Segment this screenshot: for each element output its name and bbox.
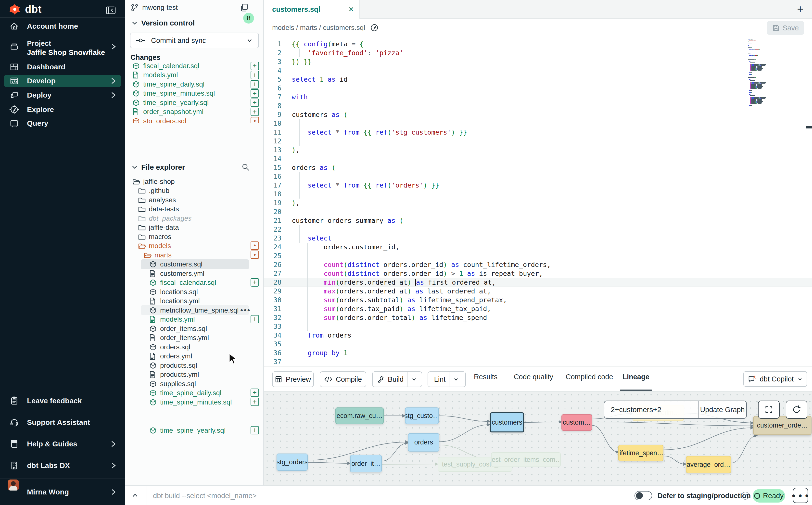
change-row[interactable]: stg_orders.sql• xyxy=(125,117,264,123)
change-row[interactable]: time_spine_yearly.sql+ xyxy=(125,98,264,107)
sidebar-item-develop[interactable]: Develop xyxy=(4,75,121,87)
update-graph-button[interactable]: Update Graph xyxy=(698,406,747,414)
change-status-badge[interactable]: + xyxy=(251,99,259,107)
change-row[interactable]: fiscal_calendar.sql+ xyxy=(125,61,264,70)
sidebar-item-project[interactable]: ProjectJaffle Shop Snowflake xyxy=(0,35,125,58)
code-line-18[interactable]: 18 xyxy=(264,190,812,199)
code-line-35[interactable]: 35 xyxy=(264,340,812,349)
change-row[interactable]: time_spine_minutes.sql+ xyxy=(125,89,264,98)
code-line-7[interactable]: 7with xyxy=(264,93,812,102)
sidebar-item-query[interactable]: Query xyxy=(0,116,125,130)
status-badge[interactable]: Ready xyxy=(753,489,785,503)
lineage-node-stg-orders[interactable]: stg_orders xyxy=(277,454,308,471)
change-status-badge[interactable]: • xyxy=(251,117,259,123)
tab-code-quality[interactable]: Code quality xyxy=(511,373,555,381)
tree-item-order_items.yml[interactable]: order_items.yml xyxy=(125,333,264,342)
version-control-header[interactable]: Version control 8 xyxy=(131,18,195,28)
tab-compiled-code[interactable]: Compiled code xyxy=(565,373,614,381)
branch-row[interactable]: mwong-test xyxy=(125,0,264,15)
lineage-node-ecom-raw[interactable]: ecom.raw_cu… xyxy=(335,407,384,424)
code-line-20[interactable]: 20 xyxy=(264,207,812,216)
code-line-2[interactable]: 2 'favorite_food': 'pizza' xyxy=(264,48,812,57)
code-line-9[interactable]: 9customers as ( xyxy=(264,110,812,119)
tab-results[interactable]: Results xyxy=(471,373,500,381)
search-icon[interactable] xyxy=(241,163,250,172)
lineage-search-box[interactable]: 2+customers+2 Update Graph xyxy=(604,400,747,419)
lineage-node-customer-orders[interactable]: customer_orde… xyxy=(753,416,812,435)
command-input[interactable]: dbt build --select <model_name> xyxy=(153,492,257,500)
build-dropdown-chevron[interactable] xyxy=(411,376,417,382)
close-icon[interactable]: ✕ xyxy=(348,5,354,13)
code-line-24[interactable]: 24 orders.customer_id, xyxy=(264,243,812,251)
build-button[interactable]: Build xyxy=(372,371,422,387)
tree-item-products.yml[interactable]: products.yml xyxy=(125,370,264,379)
code-line-3[interactable]: 3}) }} xyxy=(264,57,812,66)
tree-item-locations.sql[interactable]: locations.sql xyxy=(125,287,264,296)
tree-item-.github[interactable]: .github xyxy=(125,186,264,195)
code-line-28[interactable]: 28 min(orders.ordered_at) as first_order… xyxy=(264,278,812,287)
tree-item-analyses[interactable]: analyses xyxy=(125,195,264,204)
commit-and-sync-button[interactable]: Commit and sync xyxy=(130,33,259,48)
code-line-6[interactable]: 6 xyxy=(264,84,812,93)
sidebar-collapse-icon[interactable] xyxy=(106,5,116,15)
lineage-search-input[interactable]: 2+customers+2 xyxy=(611,405,661,414)
preview-button[interactable]: Preview xyxy=(272,371,314,387)
scrollbar-thumb[interactable] xyxy=(806,126,812,129)
code-line-22[interactable]: 22 xyxy=(264,225,812,234)
tree-item-macros[interactable]: macros xyxy=(125,232,264,241)
tree-item-time_spine_yearly.sql[interactable]: time_spine_yearly.sql xyxy=(125,426,264,435)
lineage-node-customers[interactable]: customers xyxy=(490,412,524,433)
sidebar-item-dbt-labs-dx[interactable]: dbt Labs DX xyxy=(0,459,125,473)
code-line-31[interactable]: 31 sum(orders.tax_paid) as lifetime_tax_… xyxy=(264,305,812,313)
code-line-5[interactable]: 5select 1 as id xyxy=(264,75,812,84)
code-line-33[interactable]: 33 xyxy=(264,322,812,331)
code-line-16[interactable]: 16 xyxy=(264,172,812,181)
sidebar-item-deploy[interactable]: Deploy xyxy=(0,88,125,102)
tree-item-data-tests[interactable]: data-tests xyxy=(125,205,264,214)
copy-icon[interactable] xyxy=(240,3,249,12)
code-line-26[interactable]: 26 count(distinct orders.order_id) as co… xyxy=(264,260,812,269)
lint-button[interactable]: Lint xyxy=(428,371,466,387)
change-row[interactable]: models.yml+ xyxy=(125,70,264,80)
tree-item-jaffle-shop[interactable]: jaffle-shop xyxy=(125,177,264,186)
code-line-37[interactable]: 37 xyxy=(264,357,812,366)
code-line-14[interactable]: 14 xyxy=(264,154,812,163)
fullscreen-button[interactable] xyxy=(758,400,780,419)
tree-item-orders.sql[interactable]: orders.sql xyxy=(125,342,264,352)
lineage-node-orders[interactable]: orders xyxy=(408,433,439,452)
sidebar-item-help-guides[interactable]: Help & Guides xyxy=(0,437,125,451)
tree-item-supplies.sql[interactable]: supplies.sql xyxy=(125,379,264,388)
code-line-17[interactable]: 17 select * from {{ ref('orders') }} xyxy=(264,181,812,190)
tree-item-jaffle-data[interactable]: jaffle-data xyxy=(125,223,264,232)
code-line-4[interactable]: 4 xyxy=(264,66,812,75)
tab-lineage[interactable]: Lineage xyxy=(623,373,649,381)
sidebar-item-explore[interactable]: Explore xyxy=(0,103,125,117)
change-row[interactable]: time_spine_daily.sql+ xyxy=(125,80,264,89)
change-row[interactable]: order_snapshot.yml+ xyxy=(125,107,264,117)
tree-item-orders.yml[interactable]: orders.yml xyxy=(125,352,264,361)
tree-item-models.yml[interactable]: models.yml xyxy=(125,315,264,324)
sidebar-item-leave-feedback[interactable]: Leave feedback xyxy=(0,394,125,408)
code-line-12[interactable]: 12 xyxy=(264,137,812,146)
code-line-23[interactable]: 23 select xyxy=(264,234,812,243)
tree-item-time_spine_minutes.sql[interactable]: time_spine_minutes.sql xyxy=(125,398,264,407)
lineage-node-average-order[interactable]: average_ord… xyxy=(686,456,731,473)
code-line-34[interactable]: 34 from orders xyxy=(264,331,812,340)
sidebar-item-dashboard[interactable]: Dashboard xyxy=(0,60,125,74)
lineage-canvas[interactable]: ecom.raw_cu…stg_custo…stg_ordersorder_it… xyxy=(264,391,812,485)
tree-item-customers.yml[interactable]: customers.yml xyxy=(125,269,264,278)
new-tab-button[interactable]: + xyxy=(794,3,807,15)
code-line-25[interactable]: 25 xyxy=(264,251,812,260)
expand-panel-chevron[interactable] xyxy=(131,491,139,500)
code-line-36[interactable]: 36 group by 1 xyxy=(264,349,812,357)
editor-minimap[interactable] xyxy=(748,39,805,110)
tree-item-dbt_packages[interactable]: dbt_packages xyxy=(125,214,264,223)
tree-item-customers.sql[interactable]: customers.sql xyxy=(125,260,264,269)
code-line-13[interactable]: 13), xyxy=(264,146,812,154)
sidebar-item-account-home[interactable]: Account home xyxy=(0,19,125,33)
code-line-1[interactable]: 1{{ config(meta = { xyxy=(264,40,812,48)
tree-item-models[interactable]: models xyxy=(125,241,264,250)
lineage-node-order-items[interactable]: order_it… xyxy=(350,455,382,472)
more-options-button[interactable]: ● ● ● xyxy=(793,488,808,503)
help-icon[interactable]: ? xyxy=(742,492,749,500)
